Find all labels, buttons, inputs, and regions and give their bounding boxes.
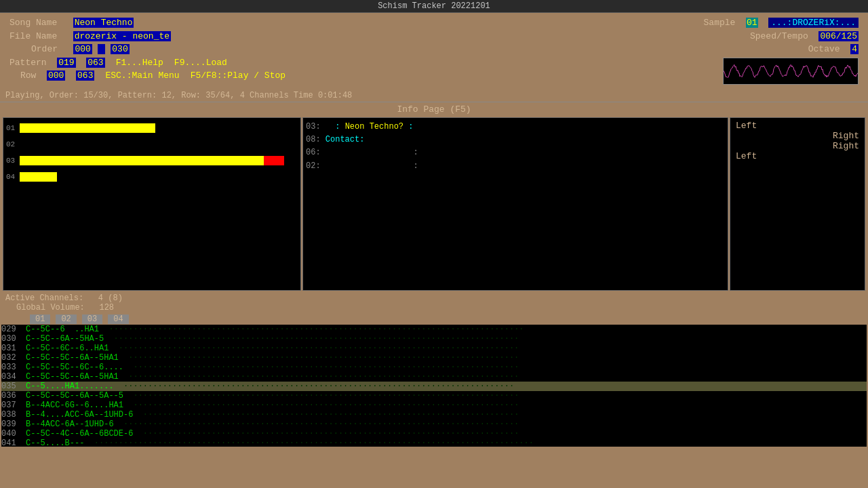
sample-row: Sample 01 ...:DROZERiX:... (704, 16, 859, 30)
channel-row-4: 04 (6, 169, 298, 184)
row-num-035: 035 (1, 382, 26, 391)
row-label: Row (9, 70, 36, 81)
row-num-029: 029 (1, 325, 26, 334)
app-title: Schism Tracker 20221201 (378, 1, 490, 11)
message-line-3: 06: : (306, 146, 725, 159)
global-volume-status: Global Volume: 128 (5, 303, 863, 312)
pan-row-3: Right (736, 141, 859, 151)
row-data-033: C--5C--5C--6C--6.... ···················… (26, 363, 519, 372)
global-volume-val: 128 (99, 303, 114, 312)
channel-num-4: 04 (6, 173, 20, 181)
divider-1 (0, 102, 868, 102)
message-panel: 03: : Neon Techno? : 08: Contact: 06: : … (302, 117, 728, 291)
pattern-row-037: 037 B--4ACC-6G--6....HA1 ···············… (1, 401, 867, 410)
bar-yellow-3 (20, 156, 264, 165)
order-row: Order 000 030 (9, 43, 701, 56)
bar-2 (20, 139, 298, 150)
pattern-row-030: 030 C--5C--6A--5HA-5 ···················… (1, 334, 867, 344)
bar-yellow-4 (20, 172, 57, 182)
pan-row-2: Right (736, 131, 859, 141)
sample-name: ...:DROZERiX:... (768, 18, 859, 28)
channel-num-3: 03 (6, 157, 20, 165)
row-data-034: C--5C--5C--6A--5HA1 ····················… (26, 372, 519, 382)
channel-row-2: 02 (6, 137, 298, 152)
message-line-2: 08: Contact: (306, 134, 725, 146)
row-current: 000 (47, 70, 65, 81)
channel-row-1: 01 (6, 121, 298, 136)
octave-val: 4 (850, 44, 859, 54)
channel-num-2: 02 (6, 140, 20, 148)
order-current: 000 (73, 44, 92, 54)
order-label: Order (9, 44, 58, 54)
row-total: 063 (76, 70, 94, 81)
octave-row: Octave 4 (704, 43, 859, 56)
pattern-row-034: 034 C--5C--5C--6A--5HA1 ················… (1, 372, 867, 382)
channel-status: Active Channels: 4 (8) (5, 293, 863, 303)
row-num-036: 036 (1, 391, 26, 401)
row-data-031: C--5C--6C--6..HA1 ······················… (26, 344, 519, 353)
bar-yellow-1 (20, 123, 155, 133)
pan-right-2: Right (833, 131, 859, 141)
pattern-row-039: 039 B--4ACC-6A--1UHD-6 ·················… (1, 420, 867, 429)
pattern-row-041: 041 C--5....B--- ·······················… (1, 439, 867, 447)
row-data-029: C--5C--6 ..HA1 ·························… (26, 325, 524, 334)
row-data-038: B--4....ACC-6A--1UHD-6 ·················… (26, 410, 519, 420)
ch02-header: 02 (56, 314, 76, 324)
sample-num: 01 (746, 18, 758, 28)
message-line-4: 02: : (306, 160, 725, 173)
panels-container: 01 02 03 04 (0, 116, 868, 292)
channel-row-3: 03 (6, 153, 298, 168)
row-num-032: 032 (1, 353, 26, 363)
speed-val: 006/125 (818, 31, 859, 41)
speed-label: Speed/Tempo (750, 31, 808, 41)
channel-num-1: 01 (6, 124, 20, 132)
pattern-row-036: 036 C--5C--5C--6A--5A--5 ···············… (1, 391, 867, 401)
panning-panel-content: Left Right Right Left (730, 118, 865, 290)
pattern-current: 019 (57, 58, 75, 68)
channel-bars-panel: 01 02 03 04 (3, 117, 301, 291)
row-num-033: 033 (1, 363, 26, 372)
row-num-040: 040 (1, 429, 26, 439)
pattern-row-row: Pattern 019 063 F1...Help F9....Load (9, 56, 701, 70)
row-data-041: C--5....B--- ···························… (26, 439, 534, 447)
song-name-value: Neon Techno (73, 18, 134, 28)
panning-panel: Left Right Right Left (730, 117, 865, 291)
row-data-030: C--5C--6A--5HA-5 ·······················… (26, 334, 519, 344)
song-name-row: Song Name Neon Techno (9, 16, 701, 30)
bar-red-3 (264, 156, 284, 165)
header: Song Name Neon Techno File Name drozerix… (0, 13, 868, 90)
row-data-040: C--5C--4C--6A--6BCDE-6 ·················… (26, 429, 519, 439)
pattern-total: 063 (86, 58, 104, 68)
pattern-row-033: 033 C--5C--5C--6C--6.... ···············… (1, 363, 867, 372)
song-name-label: Song Name (9, 18, 57, 28)
bar-3 (20, 155, 298, 166)
speed-row: Speed/Tempo 006/125 (704, 30, 859, 43)
ch04-header: 04 (108, 314, 128, 324)
order-divider (98, 44, 106, 54)
message-panel-content: 03: : Neon Techno? : 08: Contact: 06: : … (303, 118, 728, 290)
info-page-label: Info Page (F5) (397, 104, 471, 115)
row-num-037: 037 (1, 401, 26, 410)
file-name-value: drozerix - neon_te (73, 31, 171, 41)
row-num-031: 031 (1, 344, 26, 353)
row-num-030: 030 (1, 334, 26, 344)
pan-row-1: Left (736, 121, 859, 131)
row-display: Row 000 063 (9, 69, 94, 83)
order-total: 030 (111, 44, 129, 54)
waveform-canvas (724, 58, 859, 84)
row-num-header (3, 314, 30, 324)
channel-bars-content: 01 02 03 04 (3, 118, 300, 290)
header-left: Song Name Neon Techno File Name drozerix… (9, 16, 701, 89)
row-data-039: B--4ACC-6A--1UHD-6 ·····················… (26, 420, 519, 429)
active-channels-label: Active Channels: (5, 293, 83, 303)
file-name-row: File Name drozerix - neon_te (9, 30, 701, 43)
row-shortcuts-row: Row 000 063 ESC.:Main Menu F5/F8::Play /… (9, 69, 701, 83)
status-text: Playing, Order: 15/30, Pattern: 12, Row:… (5, 91, 352, 100)
message-line-1: 03: : Neon Techno? : (306, 121, 725, 134)
ch03-header: 03 (82, 314, 102, 324)
pan-right-3: Right (833, 141, 859, 151)
pattern-row-038: 038 B--4....ACC-6A--1UHD-6 ·············… (1, 410, 867, 420)
pattern-area: 029 C--5C--6 ..HA1 ·····················… (1, 325, 867, 447)
pattern-row-031: 031 C--5C--6C--6..HA1 ··················… (1, 344, 867, 353)
ch01-header: 01 (30, 314, 50, 324)
